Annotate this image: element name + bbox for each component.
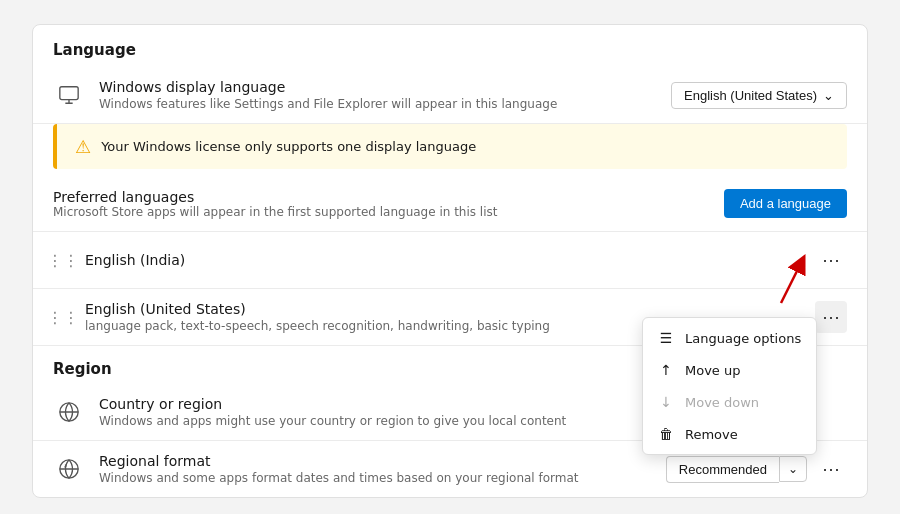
language-us-title: English (United States) [85, 301, 815, 317]
warning-icon: ⚠ [75, 136, 91, 157]
display-language-title: Windows display language [99, 79, 671, 95]
language-india-actions: ⋯ [815, 244, 847, 276]
language-row-india: ⋮⋮ English (India) ⋯ [33, 232, 867, 289]
drag-handle-us[interactable]: ⋮⋮ [53, 308, 73, 327]
context-menu-move-up[interactable]: ↑ Move up [643, 354, 816, 386]
warning-text: Your Windows license only supports one d… [101, 139, 476, 154]
chevron-down-icon: ⌄ [823, 88, 834, 103]
preferred-languages-subtitle: Microsoft Store apps will appear in the … [53, 205, 498, 219]
add-language-button[interactable]: Add a language [724, 189, 847, 218]
recommended-dropdown: Recommended ⌄ [666, 456, 807, 483]
regional-format-icon [53, 453, 85, 485]
context-menu-language-options[interactable]: ☰ Language options [643, 322, 816, 354]
language-options-icon: ☰ [657, 330, 675, 346]
display-language-subtitle: Windows features like Settings and File … [99, 97, 671, 111]
preferred-languages-title: Preferred languages [53, 189, 498, 205]
regional-format-content: Regional format Windows and some apps fo… [99, 453, 666, 485]
move-up-icon: ↑ [657, 362, 675, 378]
display-language-actions: English (United States) ⌄ [671, 82, 847, 109]
move-down-icon: ↓ [657, 394, 675, 410]
context-menu-remove-label: Remove [685, 427, 738, 442]
display-language-dropdown[interactable]: English (United States) ⌄ [671, 82, 847, 109]
context-menu-language-options-label: Language options [685, 331, 801, 346]
language-india-options-button[interactable]: ⋯ [815, 244, 847, 276]
context-menu-move-down: ↓ Move down [643, 386, 816, 418]
display-language-row: Windows display language Windows feature… [33, 67, 867, 124]
regional-format-title: Regional format [99, 453, 666, 469]
monitor-icon [53, 79, 85, 111]
language-section-title: Language [33, 25, 867, 67]
context-menu-move-down-label: Move down [685, 395, 759, 410]
language-india-title: English (India) [85, 252, 815, 268]
preferred-languages-header: Preferred languages Microsoft Store apps… [33, 177, 867, 232]
display-language-content: Windows display language Windows feature… [99, 79, 671, 111]
context-menu: ☰ Language options ↑ Move up ↓ Move down… [642, 317, 817, 455]
globe-icon [53, 396, 85, 428]
recommended-main-button[interactable]: Recommended [666, 456, 779, 483]
language-us-options-button[interactable]: ⋯ [815, 301, 847, 333]
language-us-actions: ⋯ [815, 301, 847, 333]
regional-format-subtitle: Windows and some apps format dates and t… [99, 471, 666, 485]
regional-format-options-button[interactable]: ⋯ [815, 453, 847, 485]
recommended-chevron-button[interactable]: ⌄ [779, 456, 807, 482]
svg-rect-0 [60, 87, 78, 100]
drag-handle-india[interactable]: ⋮⋮ [53, 251, 73, 270]
regional-format-actions: Recommended ⌄ ⋯ [666, 453, 847, 485]
preferred-languages-content: Preferred languages Microsoft Store apps… [53, 189, 498, 219]
display-language-value: English (United States) [684, 88, 817, 103]
context-menu-remove[interactable]: 🗑 Remove [643, 418, 816, 450]
language-row-us: ⋮⋮ English (United States) language pack… [33, 289, 867, 346]
remove-icon: 🗑 [657, 426, 675, 442]
context-menu-move-up-label: Move up [685, 363, 741, 378]
warning-banner: ⚠ Your Windows license only supports one… [53, 124, 847, 169]
language-india-content: English (India) [85, 252, 815, 268]
chevron-down-icon: ⌄ [788, 462, 798, 476]
